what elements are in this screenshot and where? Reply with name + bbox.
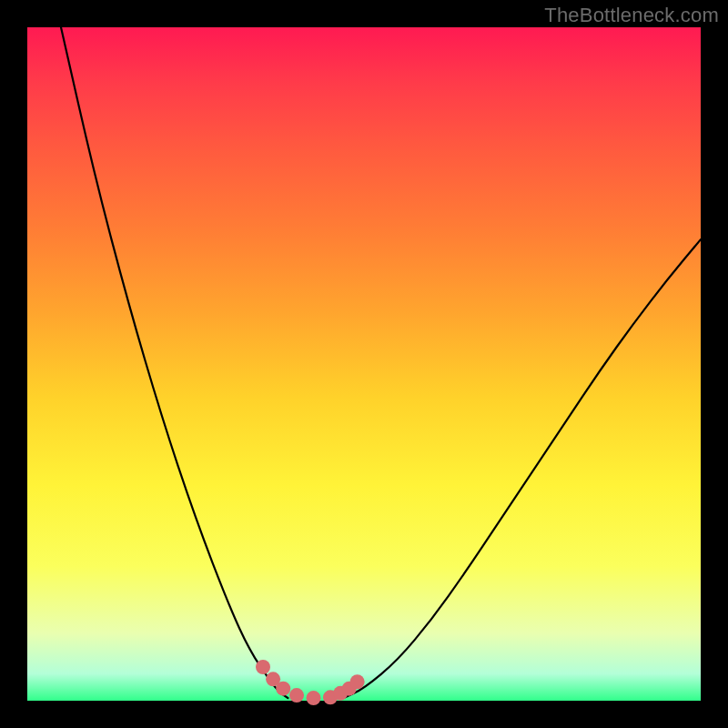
watermark-text: TheBottleneck.com <box>544 4 719 27</box>
left-branch-path <box>61 27 288 698</box>
chart-stage: TheBottleneck.com <box>0 0 728 728</box>
trough-marker <box>307 691 321 705</box>
curve-layer <box>27 27 701 701</box>
trough-marker-group <box>256 660 365 705</box>
plot-area <box>27 27 701 701</box>
right-branch-path <box>344 239 701 698</box>
trough-marker <box>289 688 304 703</box>
trough-marker <box>276 682 290 696</box>
trough-marker <box>256 660 270 674</box>
trough-marker <box>350 674 365 689</box>
